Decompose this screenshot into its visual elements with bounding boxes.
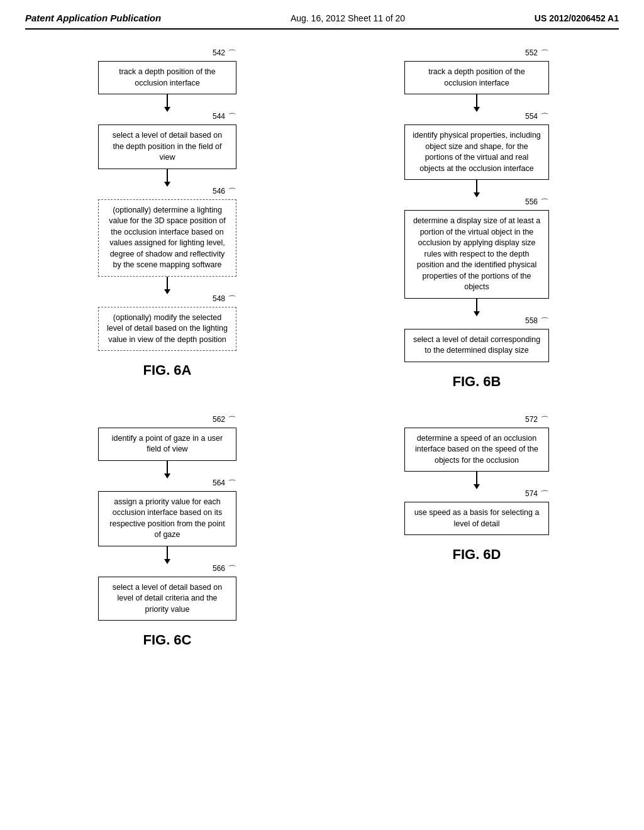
box-562: identify a point of gaze in a user field… (98, 428, 236, 461)
ref-542: 542 (213, 48, 225, 57)
page: Patent Application Publication Aug. 16, … (0, 0, 644, 830)
ref-556: 556 (525, 197, 538, 206)
fig6a-col: 542 ⌒ track a depth position of the occl… (25, 48, 309, 409)
box-546: (optionally) determine a lighting value … (98, 199, 236, 277)
ref-572: 572 (525, 415, 538, 424)
ref-558: 558 (525, 316, 538, 325)
header-right: US 2012/0206452 A1 (535, 13, 619, 23)
fig6a-label: FIG. 6A (143, 362, 191, 379)
header-left: Patent Application Publication (25, 13, 161, 23)
box-544: select a level of detail based on the de… (98, 124, 236, 169)
box-564: assign a priority value for each occlusi… (98, 491, 236, 546)
ref-564: 564 (213, 479, 225, 487)
ref-546: 546 (213, 187, 225, 196)
box-554: identify physical properties, including … (404, 124, 549, 180)
arrow-572-574 (474, 472, 480, 489)
ref-552: 552 (525, 48, 538, 57)
arrow-564-566 (164, 546, 170, 564)
box-572: determine a speed of an occlusion interf… (404, 428, 549, 472)
box-556: determine a display size of at least a p… (404, 210, 549, 299)
fig6b-col: 552 ⌒ track a depth position of the occl… (335, 48, 619, 409)
box-558: select a level of detail corresponding t… (404, 329, 549, 362)
arrow-546-548 (164, 277, 170, 294)
header-center: Aug. 16, 2012 Sheet 11 of 20 (291, 13, 405, 23)
fig6d-label: FIG. 6D (452, 546, 501, 563)
ref-574: 574 (525, 489, 538, 498)
fig6c-col: 562 ⌒ identify a point of gaze in a user… (25, 415, 309, 668)
fig6c-label: FIG. 6C (143, 632, 191, 648)
arrow-552-554 (474, 94, 480, 112)
fig6d-col: 572 ⌒ determine a speed of an occlusion … (335, 415, 619, 668)
fig6b-label: FIG. 6B (452, 374, 501, 390)
box-566: select a level of detail based on level … (98, 577, 236, 621)
arrow-542-544 (164, 94, 170, 112)
page-header: Patent Application Publication Aug. 16, … (25, 13, 619, 30)
diagrams-top: 542 ⌒ track a depth position of the occl… (25, 48, 619, 409)
ref-548: 548 (213, 294, 225, 303)
ref-562: 562 (213, 415, 225, 424)
arrow-562-564 (164, 461, 170, 479)
box-548: (optionally) modify the selected level o… (98, 307, 236, 351)
box-542: track a depth position of the occlusion … (98, 61, 236, 94)
ref-566: 566 (213, 564, 225, 573)
arrow-544-546 (164, 169, 170, 187)
ref-544: 544 (213, 112, 225, 121)
diagrams-bottom: 562 ⌒ identify a point of gaze in a user… (25, 415, 619, 668)
ref-554: 554 (525, 112, 538, 121)
arrow-554-556 (474, 180, 480, 197)
box-552: track a depth position of the occlusion … (404, 61, 549, 94)
arrow-556-558 (474, 299, 480, 316)
box-574: use speed as a basis for selecting a lev… (404, 502, 549, 535)
